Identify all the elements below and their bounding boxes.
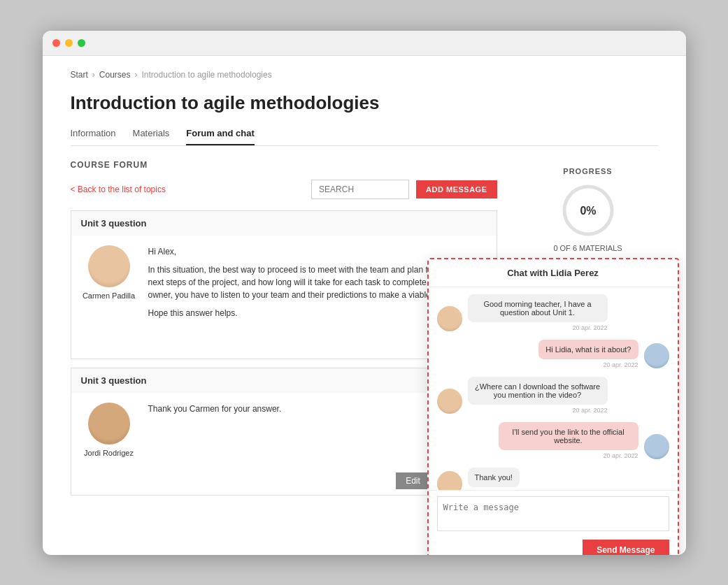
chat-avatar-2 — [644, 343, 669, 368]
chat-row-4: I'll send you the link to the official w… — [437, 422, 669, 459]
progress-percent: 0% — [580, 205, 596, 217]
breadcrumb: Start › Courses › Introduction to agile … — [71, 70, 658, 80]
send-message-button[interactable]: Send Message — [583, 540, 669, 555]
author-name-2: Jordi Rodrigez — [84, 449, 134, 457]
breadcrumb-sep-2: › — [135, 70, 138, 80]
browser-chrome — [43, 31, 686, 56]
chat-time-4: 20 apr. 2022 — [499, 452, 638, 459]
breadcrumb-courses[interactable]: Courses — [99, 70, 131, 80]
chat-bubble-text-2: Hi Lidia, what is it about? — [538, 340, 638, 359]
maximize-dot[interactable] — [78, 39, 85, 47]
author-name-1: Carmen Padilla — [83, 291, 135, 300]
add-message-button[interactable]: ADD MESSAGE — [416, 180, 497, 198]
breadcrumb-sep-1: › — [92, 70, 95, 80]
chat-overlay: Chat with Lidia Perez Good morning teach… — [427, 258, 679, 555]
tab-forum-chat[interactable]: Forum and chat — [186, 128, 255, 145]
edit-button-2[interactable]: Edit — [396, 472, 430, 489]
tab-bar: Information Materials Forum and chat — [71, 128, 658, 146]
author-avatar-2 — [88, 403, 130, 445]
progress-circle: 0% — [560, 182, 616, 238]
chat-row-1: Good morning teacher, I have a question … — [437, 294, 669, 331]
chat-bubble-wrap-4: I'll send you the link to the official w… — [499, 422, 638, 459]
chat-overlay-header: Chat with Lidia Perez — [429, 259, 678, 287]
chat-message-input[interactable] — [437, 496, 669, 531]
chat-row-2: Hi Lidia, what is it about? 20 apr. 2022 — [437, 340, 669, 368]
author-avatar-1 — [88, 245, 130, 287]
breadcrumb-current: Introduction to agile methodologies — [142, 70, 272, 80]
chat-bubble-wrap-2: Hi Lidia, what is it about? 20 apr. 2022 — [538, 340, 638, 368]
page-title: Introduction to agile methodologies — [71, 92, 658, 114]
chat-row-3: ¿Where can I download the software you m… — [437, 377, 669, 414]
forum-actions: < Back to the list of topics ADD MESSAGE — [71, 180, 497, 199]
main-layout: COURSE FORUM < Back to the list of topic… — [71, 160, 658, 504]
post-author-1: Carmen Padilla — [81, 245, 137, 349]
progress-label: PROGRESS — [518, 167, 658, 175]
chat-avatar-3 — [437, 389, 462, 414]
page-content: Start › Courses › Introduction to agile … — [43, 56, 686, 525]
post-header-1: Unit 3 question — [71, 211, 497, 236]
chat-time-3: 20 apr. 2022 — [468, 407, 608, 414]
browser-window: Start › Courses › Introduction to agile … — [43, 31, 686, 555]
chat-bubble-wrap-5: Thank you! 20 apr. 2022 — [468, 468, 520, 490]
post-author-2: Jordi Rodrigez — [81, 403, 137, 457]
send-area: Send Message — [437, 534, 669, 555]
chat-time-2: 20 apr. 2022 — [538, 361, 638, 368]
chat-avatar-4 — [644, 434, 669, 459]
breadcrumb-start[interactable]: Start — [71, 70, 88, 80]
chat-bubble-text-4: I'll send you the link to the official w… — [499, 422, 638, 450]
close-dot[interactable] — [52, 39, 60, 47]
chat-bubble-text-5: Thank you! — [468, 468, 520, 487]
tab-materials[interactable]: Materials — [133, 128, 170, 145]
forum-title: COURSE FORUM — [71, 160, 497, 170]
search-input[interactable] — [311, 180, 409, 199]
materials-label: 0 OF 6 MATERIALS — [518, 244, 658, 252]
chat-messages: Good morning teacher, I have a question … — [429, 287, 678, 490]
progress-circle-wrap: 0% — [518, 182, 658, 238]
back-to-topics-link[interactable]: < Back to the list of topics — [71, 185, 305, 194]
chat-bubble-wrap-3: ¿Where can I download the software you m… — [468, 377, 608, 414]
chat-time-5: 20 apr. 2022 — [468, 489, 520, 490]
chat-avatar-1 — [437, 306, 462, 331]
progress-column: PROGRESS 0% 0 OF 6 MATERIALS CHAT WITH P… — [518, 160, 658, 504]
chat-input-area: Send Message — [429, 490, 678, 555]
chat-time-1: 20 apr. 2022 — [468, 324, 608, 331]
chat-avatar-5 — [437, 471, 462, 490]
tab-information[interactable]: Information — [71, 128, 116, 145]
post-greeting-1: Hi Alex, — [148, 245, 487, 258]
chat-row-5: Thank you! 20 apr. 2022 — [437, 468, 669, 490]
chat-bubble-text-3: ¿Where can I download the software you m… — [468, 377, 608, 405]
chat-bubble-1: Good morning teacher, I have a question … — [468, 294, 608, 331]
chat-bubble-text-1: Good morning teacher, I have a question … — [468, 294, 608, 322]
minimize-dot[interactable] — [65, 39, 73, 47]
